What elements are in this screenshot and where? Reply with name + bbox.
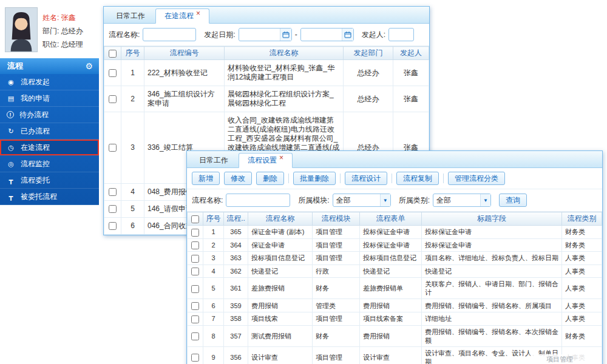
tab-flow-settings[interactable]: 流程设置 × <box>239 153 293 168</box>
flow-copy-button[interactable]: 流程复制 <box>396 172 439 185</box>
table-row[interactable]: 6359费用报销管理类费用报销费用报销、报销编号、报销名称、所属项目人事类 <box>188 299 602 312</box>
row-checkbox[interactable] <box>109 144 117 152</box>
row-checkbox[interactable] <box>191 285 199 293</box>
cell-no: 1 <box>121 60 144 86</box>
column-header-flow-id[interactable]: 流程.. <box>224 212 248 226</box>
cell-name: 设计审查 <box>248 346 313 364</box>
cell-name: 保证金申请 (副本) <box>248 226 313 239</box>
cell-no: 9 <box>203 346 224 364</box>
filter-bar: 流程名称: 发起日期: - 发起人: <box>104 24 429 46</box>
batch-delete-button[interactable]: 批量删除 <box>293 172 336 185</box>
sidebar-item-done-flows[interactable]: ↻ 已办流程 <box>0 123 99 140</box>
sidebar-item-in-transit-flows[interactable]: ◷ 在途流程 <box>0 140 99 156</box>
manage-flow-category-button[interactable]: 管理流程分类 <box>448 172 505 185</box>
calendar-icon[interactable] <box>342 29 353 41</box>
close-tab-icon[interactable]: × <box>279 154 283 161</box>
row-checkbox[interactable] <box>191 354 199 362</box>
row-checkbox-cell <box>188 325 203 346</box>
table-row[interactable]: 3363投标项目信息登记项目管理投标项目信息登记项目名称、详细地址、投标负责人、… <box>188 252 602 265</box>
cell-title_field: 关联客户、报销人、申请日期、部门、报销合计 <box>422 278 562 299</box>
cell-dept: 总经办 <box>344 86 393 112</box>
row-checkbox[interactable] <box>191 315 199 323</box>
select-all-checkbox[interactable] <box>109 50 117 58</box>
edit-button[interactable]: 修改 <box>224 172 252 185</box>
sidebar-item-flow-start[interactable]: ◉ 流程发起 <box>0 74 99 90</box>
row-checkbox[interactable] <box>191 229 199 237</box>
sidebar-item-flow-monitor[interactable]: ◎ 流程监控 <box>0 156 99 172</box>
table-row[interactable]: 2364保证金申请项目管理投标保证金申请投标保证金申请财务类 <box>188 238 602 252</box>
toolbar-separator <box>340 174 341 183</box>
category-select[interactable]: 全部 ▼ <box>433 194 491 207</box>
row-checkbox[interactable] <box>191 241 199 249</box>
cell-no: 6 <box>203 299 224 312</box>
row-checkbox[interactable] <box>109 188 117 196</box>
avatar-image <box>5 8 37 52</box>
sidebar-item-flow-delegate[interactable]: ┳ 流程委托 <box>0 172 99 189</box>
table-row[interactable]: 2346_施工组织设计方案申请晨铭园林绿化工程组织设计方案_晨铭园林绿化工程总经… <box>104 86 429 112</box>
initiator-input[interactable] <box>388 28 414 41</box>
broadcast-icon: ◉ <box>7 78 15 86</box>
calendar-icon[interactable] <box>280 29 291 41</box>
flow-design-button[interactable]: 流程设计 <box>345 172 387 185</box>
column-header-flow-category[interactable]: 流程类别 <box>562 212 602 226</box>
column-header-no[interactable]: 序号 <box>121 47 144 60</box>
add-button[interactable]: 新增 <box>192 172 220 185</box>
start-date-to-field[interactable] <box>300 28 354 41</box>
tab-daily-work[interactable]: 日常工作 <box>107 8 154 23</box>
filter-bar: 流程名称: 所属模块: 全部 ▼ 所属类别: 全部 ▼ 查询 <box>187 189 602 212</box>
sidebar-item-my-applications[interactable]: ▤ 我的申请 <box>0 90 99 107</box>
profile-card: 姓名: 张鑫 部门: 总经办 职位: 总经理 <box>0 0 99 58</box>
column-header-flow-name[interactable]: 流程名称 <box>225 47 344 60</box>
table-row[interactable]: 7358项目线索项目管理项目线索备案详细地址人事类 <box>188 312 602 325</box>
row-checkbox-cell <box>188 346 203 364</box>
flow-name-input[interactable] <box>143 28 196 41</box>
column-header-start-dept[interactable]: 发起部门 <box>344 47 393 60</box>
row-checkbox[interactable] <box>109 205 117 213</box>
row-checkbox[interactable] <box>109 95 117 103</box>
row-checkbox[interactable] <box>109 69 117 77</box>
row-checkbox[interactable] <box>191 268 199 275</box>
cell-id: 361 <box>224 278 248 299</box>
column-header-title-field[interactable]: 标题字段 <box>422 212 562 226</box>
column-header-flow-code[interactable]: 流程编号 <box>144 47 225 60</box>
table-row[interactable]: 1222_材料验收登记材料验收登记_材料采购_张鑫_华润12城房建工程项目总经办… <box>104 60 429 86</box>
tab-label: 在途流程 <box>164 11 194 21</box>
start-date-from-field[interactable] <box>239 28 292 41</box>
flow-name-label: 流程名称: <box>192 195 223 206</box>
search-button[interactable]: 查询 <box>499 194 527 207</box>
table-header-row: 序号 流程编号 流程名称 发起部门 发起人 <box>104 47 429 60</box>
sidebar-item-todo-flows[interactable]: ! 待办流程 <box>0 107 99 123</box>
table-row[interactable]: 1365保证金申请 (副本)项目管理投标保证金申请投标保证金申请财务类 <box>188 226 602 239</box>
cell-module: 行政 <box>313 265 360 278</box>
start-date-from-input[interactable] <box>239 29 280 40</box>
row-checkbox[interactable] <box>191 302 199 310</box>
sidebar-item-label: 流程发起 <box>21 77 50 87</box>
delete-button[interactable]: 删除 <box>256 172 284 185</box>
desktop: 姓名: 张鑫 部门: 总经办 职位: 总经理 流程 ⚙ ◉ 流程发起 ▤ 我的申… <box>0 0 607 364</box>
cell-module: 项目管理 <box>313 226 360 239</box>
row-checkbox[interactable] <box>191 255 199 263</box>
column-header-flow-module[interactable]: 流程模块 <box>313 212 360 226</box>
cell-no: 4 <box>121 184 144 201</box>
cell-form: 投标项目信息登记 <box>360 252 422 265</box>
row-checkbox[interactable] <box>109 222 117 230</box>
row-checkbox[interactable] <box>191 332 199 340</box>
cell-id: 356 <box>224 346 248 364</box>
table-row[interactable]: 5361差旅费报销财务差旅费报销单关联客户、报销人、申请日期、部门、报销合计人事… <box>188 278 602 299</box>
column-header-flow-form[interactable]: 流程表单 <box>360 212 422 226</box>
column-header-no[interactable]: 序号 <box>203 212 224 226</box>
start-date-to-input[interactable] <box>301 29 342 40</box>
tab-daily-work[interactable]: 日常工作 <box>191 153 237 167</box>
select-all-checkbox[interactable] <box>191 215 199 223</box>
sidebar-item-delegated-flows[interactable]: ┳ 被委托流程 <box>0 189 99 205</box>
column-header-flow-name[interactable]: 流程名称 <box>248 212 313 226</box>
gear-icon[interactable]: ⚙ <box>85 61 93 71</box>
tab-in-transit-flows[interactable]: 在途流程 × <box>155 8 209 24</box>
table-row[interactable]: 4362快递登记行政快递登记快递登记人事类 <box>188 265 602 278</box>
table-row[interactable]: 8357测试费用报销财务费用报销费用报销、报销编号、报销名称、本次报销金额财务类 <box>188 325 602 346</box>
column-header-initiator[interactable]: 发起人 <box>393 47 429 60</box>
in-transit-clock-icon: ◷ <box>7 144 15 152</box>
close-tab-icon[interactable]: × <box>196 10 200 17</box>
flow-name-input[interactable] <box>226 194 290 207</box>
module-select[interactable]: 全部 ▼ <box>333 194 391 207</box>
